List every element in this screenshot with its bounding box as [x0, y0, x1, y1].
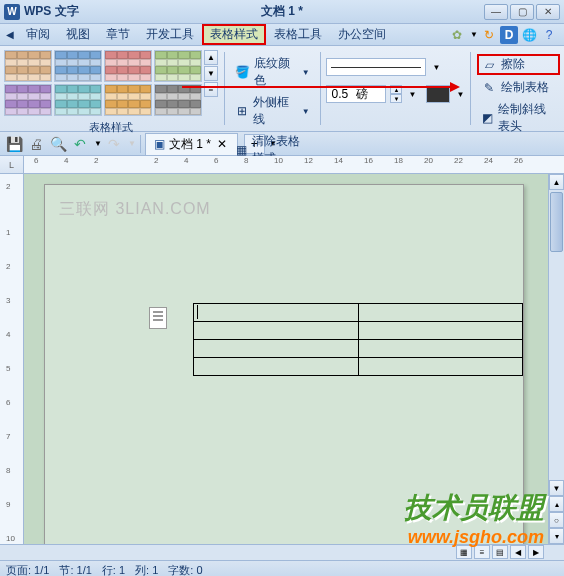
- menubar: ◀ 审阅 视图 章节 开发工具 表格样式 表格工具 办公空间 ✿ ▼ ↻ D 🌐…: [0, 24, 564, 46]
- shading-label: 底纹颜色: [254, 55, 296, 89]
- statusbar: 页面: 1/1 节: 1/1 行: 1 列: 1 字数: 0: [0, 560, 564, 576]
- close-button[interactable]: ✕: [536, 4, 560, 20]
- app-name: WPS 文字: [24, 3, 79, 20]
- tab-table-style[interactable]: 表格样式: [202, 24, 266, 45]
- border-label: 外侧框线: [253, 94, 296, 128]
- gallery-label: 表格样式: [4, 120, 218, 135]
- gallery-style-2[interactable]: [54, 50, 102, 82]
- pen-size-down[interactable]: ▼: [390, 94, 402, 103]
- gallery-style-6[interactable]: [54, 84, 102, 116]
- pen-style-dropdown[interactable]: ▼: [432, 63, 440, 72]
- gallery-expand[interactable]: ≡: [204, 82, 218, 97]
- draw-table-button[interactable]: ✎ 绘制表格: [477, 78, 560, 97]
- table-cell[interactable]: [358, 340, 523, 358]
- gallery-style-4[interactable]: [154, 50, 202, 82]
- prev-page-button[interactable]: ▴: [549, 496, 564, 512]
- table-cell[interactable]: [358, 304, 523, 322]
- redo-dropdown[interactable]: ▼: [128, 139, 136, 148]
- tab-view[interactable]: 视图: [58, 24, 98, 45]
- d-icon[interactable]: D: [500, 26, 518, 44]
- document-page[interactable]: 三联网 3LIAN.COM: [44, 184, 524, 544]
- scroll-up-button[interactable]: ▲: [549, 174, 564, 190]
- document-table[interactable]: [193, 303, 523, 376]
- gallery-style-5[interactable]: [4, 84, 52, 116]
- next-page-button[interactable]: ▾: [549, 528, 564, 544]
- style-icon[interactable]: ✿: [448, 26, 466, 44]
- draw-diagonal-label: 绘制斜线表头: [498, 101, 556, 135]
- minimize-button[interactable]: —: [484, 4, 508, 20]
- tab-devtools[interactable]: 开发工具: [138, 24, 202, 45]
- eraser-icon: ▱: [481, 57, 497, 73]
- view-web[interactable]: ▤: [492, 545, 508, 559]
- pen-size-unit: 磅: [356, 86, 368, 103]
- gallery-style-1[interactable]: [4, 50, 52, 82]
- doc-tab-label: 文档 1 *: [169, 136, 211, 153]
- gallery-style-7[interactable]: [104, 84, 152, 116]
- scroll-down-button[interactable]: ▼: [549, 480, 564, 496]
- horizontal-ruler[interactable]: 6 4 2 2 4 6 8 10 12 14 16 18 20 22 24 26: [24, 156, 564, 173]
- bottom-nav: ▦ ≡ ▤ ◀ ▶: [0, 544, 564, 560]
- view-print-layout[interactable]: ▦: [456, 545, 472, 559]
- gallery-style-8[interactable]: [154, 84, 202, 116]
- help-icon[interactable]: ?: [540, 26, 558, 44]
- table-handle-icon[interactable]: [149, 307, 167, 329]
- undo-icon[interactable]: ↶: [70, 134, 90, 154]
- style-dropdown[interactable]: ▼: [470, 30, 478, 39]
- status-page: 页面: 1/1: [6, 563, 49, 576]
- document-canvas[interactable]: 三联网 3LIAN.COM: [24, 174, 564, 544]
- pen-size-up[interactable]: ▲: [390, 85, 402, 94]
- draw-diagonal-button[interactable]: ◩ 绘制斜线表头: [477, 100, 560, 136]
- tab-office-space[interactable]: 办公空间: [330, 24, 394, 45]
- draw-table-label: 绘制表格: [501, 79, 549, 96]
- ruler-corner: L: [0, 156, 24, 174]
- scroll-thumb[interactable]: [550, 192, 563, 252]
- gallery-style-3[interactable]: [104, 50, 152, 82]
- app-icon: W: [4, 4, 20, 20]
- h-scroll-right[interactable]: ▶: [528, 545, 544, 559]
- save-icon[interactable]: 💾: [4, 134, 24, 154]
- gallery-scroll-down[interactable]: ▼: [204, 66, 218, 81]
- table-cell[interactable]: [358, 322, 523, 340]
- diagonal-icon: ◩: [481, 110, 494, 126]
- tab-close-button[interactable]: ✕: [215, 137, 229, 151]
- menu-scroll-left[interactable]: ◀: [2, 29, 18, 40]
- browse-object-button[interactable]: ○: [549, 512, 564, 528]
- print-icon[interactable]: 🖨: [26, 134, 46, 154]
- titlebar: W WPS 文字 文档 1 * — ▢ ✕: [0, 0, 564, 24]
- doc-title: 文档 1 *: [261, 3, 303, 20]
- table-cell[interactable]: [194, 304, 359, 322]
- pen-style-preview[interactable]: [326, 58, 426, 76]
- refresh-icon[interactable]: ↻: [480, 26, 498, 44]
- doc-tab-icon: ▣: [154, 137, 165, 151]
- pen-size-input[interactable]: 0.5 磅: [326, 85, 386, 103]
- table-cell[interactable]: [194, 340, 359, 358]
- gallery-scroll-up[interactable]: ▲: [204, 50, 218, 65]
- vertical-scrollbar[interactable]: ▲ ▼ ▴ ○ ▾: [548, 174, 564, 544]
- vertical-ruler[interactable]: 2 1 2 3 4 5 6 7 8 9 10: [0, 174, 24, 544]
- pen-color-swatch[interactable]: [426, 85, 450, 103]
- table-cell[interactable]: [358, 358, 523, 376]
- ribbon: ▲ ▼ ≡ 表格样式 🪣 底纹颜色 ▼ ⊞ 外侧框线 ▼ ▦ 清除表格样式: [0, 46, 564, 132]
- table-cell[interactable]: [194, 322, 359, 340]
- tab-chapter[interactable]: 章节: [98, 24, 138, 45]
- undo-dropdown[interactable]: ▼: [94, 139, 102, 148]
- status-section: 节: 1/1: [59, 563, 91, 576]
- pencil-icon: ✎: [481, 80, 497, 96]
- shading-color-button[interactable]: 🪣 底纹颜色 ▼: [231, 54, 314, 90]
- globe-icon[interactable]: 🌐: [520, 26, 538, 44]
- erase-button[interactable]: ▱ 擦除: [477, 54, 560, 75]
- redo-icon[interactable]: ↷: [104, 134, 124, 154]
- outside-border-button[interactable]: ⊞ 外侧框线 ▼: [231, 93, 314, 129]
- pen-size-value: 0.5: [331, 87, 348, 101]
- view-outline[interactable]: ≡: [474, 545, 490, 559]
- h-scroll-left[interactable]: ◀: [510, 545, 526, 559]
- tab-table-tools[interactable]: 表格工具: [266, 24, 330, 45]
- pen-size-dropdown[interactable]: ▼: [408, 90, 416, 99]
- document-tab[interactable]: ▣ 文档 1 * ✕: [145, 133, 238, 155]
- table-cell[interactable]: [194, 358, 359, 376]
- pen-color-dropdown[interactable]: ▼: [456, 90, 464, 99]
- page-watermark: 三联网 3LIAN.COM: [59, 199, 211, 220]
- tab-review[interactable]: 审阅: [18, 24, 58, 45]
- maximize-button[interactable]: ▢: [510, 4, 534, 20]
- print-preview-icon[interactable]: 🔍: [48, 134, 68, 154]
